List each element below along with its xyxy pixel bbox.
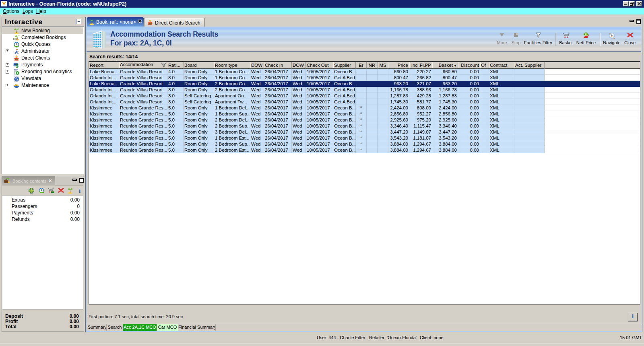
svg-text:i: i [79, 187, 80, 194]
svg-text:i: i [632, 313, 633, 319]
svg-text:$: $ [16, 63, 19, 69]
